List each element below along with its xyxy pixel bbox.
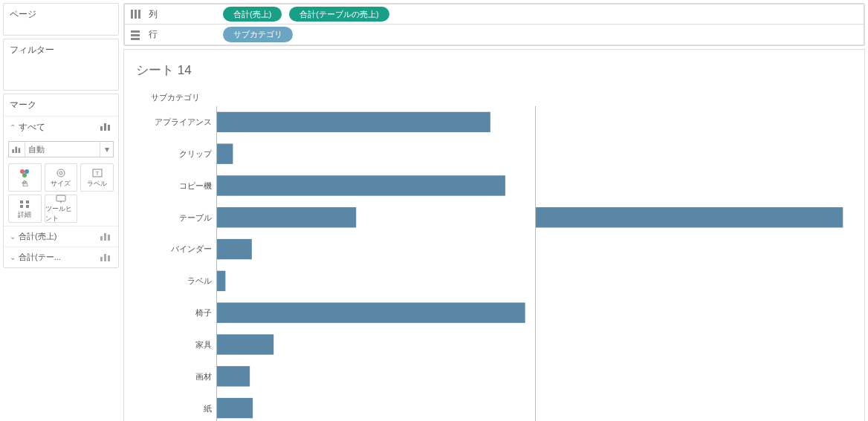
color-icon [19, 167, 30, 179]
label-label: ラベル [87, 179, 107, 189]
svg-rect-34 [217, 239, 252, 259]
measure-row-sales[interactable]: ⌄合計(売上) [4, 226, 118, 247]
chart: サブカテゴリ アプライアンスクリップコピー機テーブルバインダーラベル椅子家具画材… [135, 92, 854, 421]
bar-chart-icon [100, 232, 112, 242]
svg-rect-20 [108, 235, 110, 241]
category-label: コピー機 [135, 170, 216, 202]
svg-point-6 [20, 169, 25, 174]
svg-text:T: T [95, 170, 99, 177]
caret-down-icon: ▾ [100, 142, 113, 157]
svg-rect-24 [131, 10, 133, 19]
mark-buttons: 色 サイズ T ラベル [4, 160, 118, 226]
column-header: サブカテゴリ [135, 92, 216, 106]
marks-card: マーク ⌃すべて 自動 ▾ 色 [3, 94, 119, 268]
svg-rect-23 [108, 255, 110, 261]
svg-rect-32 [217, 175, 505, 195]
svg-rect-16 [26, 205, 29, 208]
category-label: 家具 [135, 329, 216, 361]
detail-button[interactable]: 詳細 [8, 195, 42, 223]
columns-icon [129, 9, 141, 19]
measure-row-table-sales[interactable]: ⌄合計(テー... [4, 247, 118, 267]
detail-icon [19, 198, 30, 210]
svg-rect-26 [138, 10, 140, 19]
svg-rect-21 [100, 257, 103, 261]
tooltip-icon [55, 194, 67, 204]
measure-row-table-sales-label: 合計(テー... [19, 252, 61, 261]
measure-row-sales-label: 合計(売上) [19, 232, 56, 241]
bar-chart-icon [9, 142, 25, 157]
tooltip-label: ツールヒント [45, 204, 77, 223]
bar-chart-icon [100, 252, 112, 263]
columns-shelf[interactable]: 列 合計(売上) 合計(テーブルの売上) [124, 4, 864, 25]
pages-heading: ページ [4, 4, 118, 25]
rows-label: 行 [149, 28, 216, 41]
svg-rect-1 [104, 123, 106, 131]
chevron-down-icon: ⌄ [10, 232, 16, 241]
shelves: 列 合計(売上) 合計(テーブルの売上) 行 サブカテゴリ [123, 3, 865, 46]
svg-rect-28 [131, 34, 140, 36]
svg-rect-35 [217, 271, 225, 291]
svg-rect-39 [217, 398, 253, 418]
svg-rect-31 [217, 144, 233, 164]
filters-heading: フィルター [4, 39, 118, 61]
color-button[interactable]: 色 [8, 163, 42, 192]
pages-card: ページ [3, 3, 119, 36]
category-axis: アプライアンスクリップコピー機テーブルバインダーラベル椅子家具画材紙事務機器電話… [135, 106, 216, 421]
svg-rect-15 [20, 205, 23, 208]
svg-rect-27 [131, 30, 140, 33]
svg-rect-14 [26, 200, 29, 203]
size-icon [55, 167, 67, 179]
mark-type-label: 自動 [25, 142, 100, 157]
marks-heading: マーク [4, 94, 118, 116]
svg-rect-4 [15, 147, 17, 153]
label-button[interactable]: T ラベル [80, 163, 114, 192]
size-label: サイズ [51, 179, 71, 189]
svg-rect-0 [100, 126, 103, 131]
svg-rect-3 [12, 149, 14, 153]
svg-rect-38 [217, 366, 250, 386]
sheet-title: シート 14 [135, 59, 854, 92]
category-label: テーブル [135, 202, 216, 234]
chevron-down-icon: ⌄ [10, 253, 16, 261]
svg-rect-37 [217, 334, 273, 354]
category-label: クリップ [135, 138, 216, 170]
category-label: 椅子 [135, 297, 216, 329]
tooltip-button[interactable]: ツールヒント [45, 195, 78, 223]
svg-rect-30 [217, 112, 490, 132]
color-label: 色 [22, 179, 28, 189]
marks-all-label: すべて [19, 122, 45, 132]
pill-sum-table-sales[interactable]: 合計(テーブルの売上) [289, 7, 389, 22]
svg-point-9 [57, 169, 65, 177]
detail-label: 詳細 [18, 210, 31, 220]
category-label: 画材 [135, 361, 216, 393]
filters-card: フィルター [3, 39, 119, 91]
pill-subcategory[interactable]: サブカテゴリ [223, 27, 293, 42]
svg-rect-36 [217, 303, 525, 323]
rows-icon [129, 30, 141, 40]
viz-area: シート 14 サブカテゴリ アプライアンスクリップコピー機テーブルバインダーラベ… [123, 49, 865, 421]
pill-sum-sales[interactable]: 合計(売上) [223, 7, 282, 22]
category-label: 紙 [135, 393, 216, 421]
svg-rect-25 [135, 10, 137, 19]
left-sidebar: ページ フィルター マーク ⌃すべて 自動 ▾ [3, 3, 119, 421]
chevron-up-icon: ⌃ [10, 123, 16, 131]
mark-type-dropdown[interactable]: 自動 ▾ [8, 141, 114, 157]
label-icon: T [91, 167, 103, 179]
svg-point-7 [25, 169, 29, 174]
size-button[interactable]: サイズ [45, 163, 78, 192]
svg-rect-47 [536, 207, 843, 227]
svg-rect-33 [217, 207, 356, 227]
bar-chart-icon [100, 122, 112, 133]
svg-rect-2 [108, 125, 110, 131]
category-label: ラベル [135, 265, 216, 297]
columns-label: 列 [149, 8, 216, 21]
bars-panel-2 [535, 106, 854, 421]
svg-point-8 [22, 173, 27, 177]
svg-point-10 [59, 172, 62, 174]
svg-rect-29 [131, 38, 140, 40]
svg-rect-5 [18, 148, 20, 153]
marks-all-toggle[interactable]: ⌃すべて [4, 116, 118, 138]
svg-rect-13 [20, 200, 23, 203]
svg-rect-17 [56, 195, 65, 201]
rows-shelf[interactable]: 行 サブカテゴリ [124, 25, 864, 45]
